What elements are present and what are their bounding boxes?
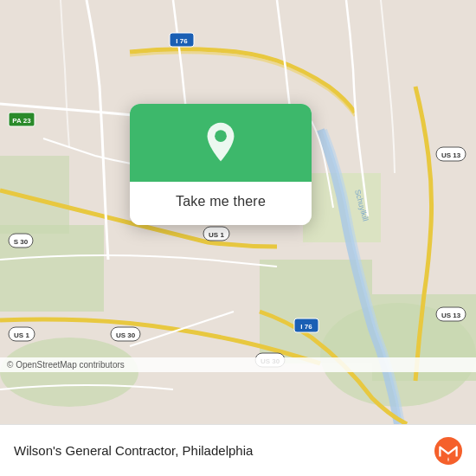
svg-text:US 1: US 1: [14, 331, 29, 339]
svg-text:US 1: US 1: [209, 231, 224, 239]
card-button-section: Take me there: [130, 182, 312, 225]
svg-point-6: [0, 338, 138, 407]
svg-text:US 30: US 30: [116, 331, 136, 339]
attribution-text: © OpenStreetMap contributors: [7, 360, 125, 370]
svg-text:S 30: S 30: [14, 238, 29, 246]
card-overlay: Take me there: [130, 104, 312, 225]
svg-text:US 13: US 13: [441, 151, 461, 159]
attribution-bar: © OpenStreetMap contributors: [0, 357, 476, 372]
svg-text:PA 23: PA 23: [12, 117, 31, 125]
take-me-there-button[interactable]: Take me there: [169, 190, 273, 213]
svg-text:US 13: US 13: [441, 312, 461, 319]
location-pin-icon: [200, 121, 241, 163]
map-container: I 76 PA 23 US 1 US 30 US 30 US 13 US 13 …: [0, 0, 476, 424]
card-green-section: [130, 104, 312, 182]
moovit-logo: [434, 437, 462, 465]
svg-text:I 76: I 76: [300, 323, 312, 331]
moovit-logo-icon: [434, 437, 462, 465]
svg-point-29: [215, 130, 227, 142]
svg-text:I 76: I 76: [176, 37, 188, 45]
bottom-bar: Wilson's General Contractor, Philadelphi…: [0, 424, 476, 476]
location-label: Wilson's General Contractor, Philadelphi…: [14, 443, 253, 458]
